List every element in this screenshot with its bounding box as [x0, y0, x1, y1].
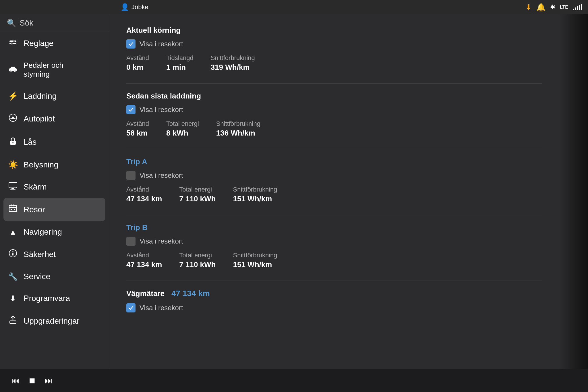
- svg-rect-21: [11, 209, 12, 210]
- status-bar: 👤 Jöbke ⬇ 🔔 ✱ LTE: [0, 0, 588, 14]
- sidebar-item-pedaler[interactable]: Pedaler ochstyrning: [0, 55, 109, 85]
- svg-line-11: [14, 118, 16, 119]
- sidebar-item-resor[interactable]: Resor: [3, 198, 105, 221]
- sidebar-item-programvara[interactable]: ⬇ Programvara: [0, 287, 109, 309]
- media-stop-button[interactable]: ⏹: [28, 376, 36, 385]
- toggle-icon: [8, 38, 18, 48]
- trip-a-stats: Avstånd 47 134 km Total energi 7 110 kWh…: [126, 186, 542, 203]
- user-icon: 👤: [121, 3, 129, 11]
- aktuell-checkbox[interactable]: [126, 39, 136, 49]
- stat-value: 47 134 km: [126, 194, 162, 203]
- vagmatare-checkbox[interactable]: [126, 303, 136, 312]
- sidebar-label-laddning: Laddning: [24, 92, 57, 101]
- section-trip-b: Trip B Visa i resekort Avstånd 47 134 km…: [126, 223, 542, 269]
- media-prev-button[interactable]: ⏮: [11, 376, 20, 385]
- nav-icon: ▲: [8, 228, 18, 237]
- stat-value: 0 km: [126, 63, 149, 72]
- stat-label: Tidslängd: [166, 54, 194, 62]
- stat-label: Snittförbrukning: [216, 120, 260, 128]
- svg-rect-17: [9, 205, 17, 212]
- svg-point-3: [11, 43, 13, 45]
- search-bar[interactable]: 🔍 Sök: [0, 14, 109, 32]
- sidebar-item-las[interactable]: Lås: [0, 130, 109, 154]
- stat-label: Snittförbrukning: [233, 252, 277, 259]
- sidebar-item-reglage[interactable]: Reglage: [0, 32, 109, 55]
- svg-rect-14: [9, 182, 17, 188]
- divider-1: [126, 83, 542, 84]
- section-sedan-sista: Sedan sista laddning Visa i resekort Avs…: [126, 92, 542, 138]
- sidebar-item-service[interactable]: 🔧 Service: [0, 266, 109, 287]
- sedan-checkbox-label: Visa i resekort: [140, 106, 183, 114]
- svg-rect-15: [11, 188, 14, 189]
- sidebar-label-reglage: Reglage: [24, 39, 53, 48]
- svg-rect-25: [12, 253, 13, 256]
- media-bar: ⏮ ⏹ ⏭: [0, 369, 588, 392]
- sidebar-label-programvara: Programvara: [24, 294, 70, 303]
- divider-2: [126, 149, 542, 149]
- svg-rect-26: [10, 321, 16, 324]
- stat-snitt-aktuell: Snittförbrukning 319 Wh/km: [211, 54, 255, 72]
- right-edge: [559, 14, 588, 369]
- steering-icon: [8, 113, 18, 124]
- sedan-checkbox[interactable]: [126, 105, 136, 114]
- monitor-icon: [8, 182, 18, 192]
- stat-label: Total energi: [179, 252, 216, 259]
- sidebar-item-laddning[interactable]: ⚡ Laddning: [0, 85, 109, 107]
- trip-a-checkbox-row[interactable]: Visa i resekort: [126, 171, 542, 180]
- trip-b-title: Trip B: [126, 223, 542, 232]
- username: Jöbke: [131, 3, 148, 11]
- stat-label: Avstånd: [126, 54, 149, 62]
- stat-avstand-sedan: Avstånd 58 km: [126, 120, 149, 138]
- bolt-icon: ⚡: [8, 91, 18, 101]
- sedan-stats: Avstånd 58 km Total energi 8 kWh Snittfö…: [126, 120, 542, 138]
- upgrade-icon: [8, 316, 18, 326]
- sidebar-item-navigering[interactable]: ▲ Navigering: [0, 221, 109, 243]
- svg-point-8: [12, 117, 14, 119]
- stat-value: 58 km: [126, 129, 149, 138]
- stat-value: 8 kWh: [166, 129, 199, 138]
- trip-a-checkbox[interactable]: [126, 171, 136, 180]
- sedan-checkbox-row[interactable]: Visa i resekort: [126, 105, 542, 114]
- trip-b-checkbox-row[interactable]: Visa i resekort: [126, 237, 542, 246]
- stat-totalenergi-trip-a: Total energi 7 110 kWh: [179, 186, 216, 203]
- svg-point-2: [13, 40, 15, 42]
- sidebar-label-navigering: Navigering: [24, 227, 62, 237]
- stat-snitt-trip-a: Snittförbrukning 151 Wh/km: [233, 186, 277, 203]
- bluetooth-icon: ✱: [550, 3, 555, 11]
- info-icon: [8, 249, 18, 259]
- svg-line-10: [9, 118, 12, 119]
- sidebar-item-autopilot[interactable]: Autopilot: [0, 107, 109, 130]
- stat-label: Snittförbrukning: [233, 186, 277, 193]
- stat-avstand-trip-b: Avstånd 47 134 km: [126, 252, 162, 269]
- svg-rect-19: [13, 204, 14, 206]
- trip-b-checkbox-label: Visa i resekort: [140, 237, 183, 245]
- vagmatare-checkbox-label: Visa i resekort: [140, 304, 183, 312]
- lte-label: LTE: [560, 5, 568, 10]
- car-icon: [8, 65, 18, 74]
- trip-b-checkbox[interactable]: [126, 237, 136, 246]
- stat-label: Total energi: [179, 186, 216, 193]
- stat-value: 1 min: [166, 63, 194, 72]
- stat-snitt-sedan: Snittförbrukning 136 Wh/km: [216, 120, 260, 138]
- vagmatare-label: Vägmätare: [126, 289, 165, 298]
- vagmatare-checkbox-row[interactable]: Visa i resekort: [126, 303, 542, 312]
- aktuell-checkbox-row[interactable]: Visa i resekort: [126, 39, 542, 49]
- section-aktuell-korning: Aktuell körning Visa i resekort Avstånd …: [126, 26, 542, 72]
- download-icon: ⬇: [8, 294, 18, 303]
- stat-value: 136 Wh/km: [216, 129, 260, 138]
- media-next-button[interactable]: ⏭: [45, 376, 53, 385]
- stat-avstand-trip-a: Avstånd 47 134 km: [126, 186, 162, 203]
- sidebar-item-uppgraderingar[interactable]: Uppgraderingar: [0, 309, 109, 333]
- search-label: Sök: [20, 18, 33, 28]
- sidebar-item-belysning[interactable]: ☀️ Belysning: [0, 154, 109, 176]
- aktuell-checkbox-label: Visa i resekort: [140, 40, 183, 48]
- stat-label: Avstånd: [126, 252, 162, 259]
- sidebar-item-skarm[interactable]: Skärm: [0, 176, 109, 198]
- search-icon: 🔍: [7, 19, 16, 28]
- stat-value: 151 Wh/km: [233, 194, 277, 203]
- svg-rect-1: [9, 43, 16, 44]
- trip-a-checkbox-label: Visa i resekort: [140, 171, 183, 179]
- sidebar-item-sakerhet[interactable]: Säkerhet: [0, 243, 109, 266]
- aktuell-stats: Avstånd 0 km Tidslängd 1 min Snittförbru…: [126, 54, 542, 72]
- stat-value: 7 110 kWh: [179, 260, 216, 269]
